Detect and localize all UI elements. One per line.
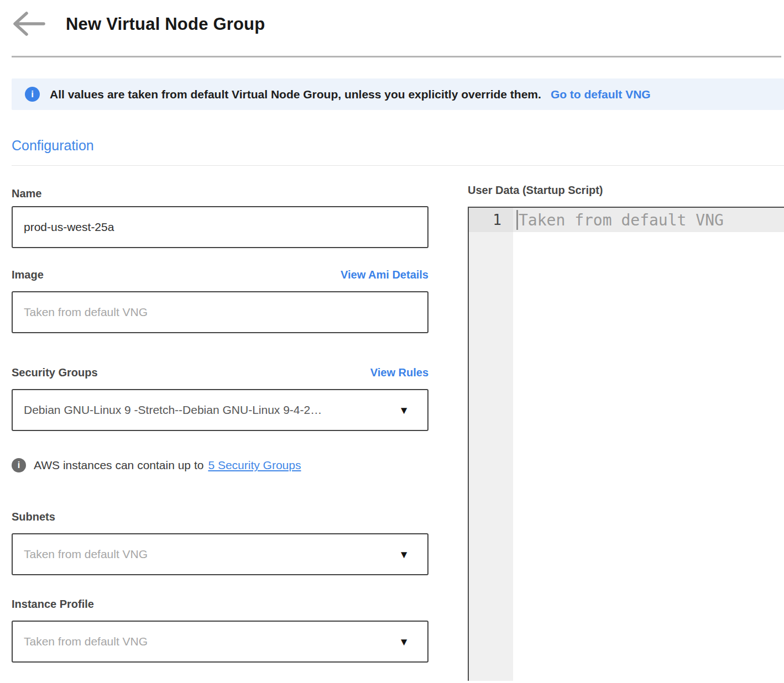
- go-to-default-vng-link[interactable]: Go to default VNG: [551, 88, 651, 101]
- view-ami-details-link[interactable]: View Ami Details: [341, 269, 428, 281]
- user-data-label: User Data (Startup Script): [468, 184, 784, 197]
- chevron-down-icon: ▼: [399, 405, 409, 416]
- security-groups-label: Security Groups: [12, 366, 98, 379]
- note-text: AWS instances can contain up to: [34, 459, 203, 472]
- image-label: Image: [12, 269, 44, 281]
- security-groups-label-row: Security Groups View Rules: [12, 366, 428, 379]
- user-data-editor[interactable]: 1 Taken from default VNG: [468, 207, 784, 681]
- editor-gutter: [469, 232, 513, 681]
- text-cursor: [516, 210, 518, 230]
- five-security-groups-link[interactable]: 5 Security Groups: [208, 459, 301, 472]
- name-label: Name: [12, 187, 428, 200]
- chevron-down-icon: ▼: [399, 549, 409, 560]
- page-header: New Virtual Node Group: [0, 0, 784, 38]
- editor-active-line[interactable]: Taken from default VNG: [513, 208, 784, 232]
- back-button[interactable]: [12, 11, 47, 38]
- image-label-row: Image View Ami Details: [12, 269, 428, 281]
- name-input[interactable]: [12, 206, 428, 248]
- banner-text: All values are taken from default Virtua…: [50, 88, 541, 101]
- security-groups-dropdown[interactable]: Debian GNU-Linux 9 -Stretch--Debian GNU-…: [12, 389, 428, 431]
- instance-profile-label: Instance Profile: [12, 598, 428, 611]
- subnets-label: Subnets: [12, 511, 428, 523]
- instance-profile-dropdown[interactable]: Taken from default VNG ▼: [12, 621, 428, 663]
- security-groups-note: i AWS instances can contain up to 5 Secu…: [12, 458, 428, 472]
- info-icon: i: [12, 458, 26, 472]
- editor-line-number: 1: [469, 208, 513, 232]
- editor-placeholder: Taken from default VNG: [519, 211, 724, 229]
- image-input[interactable]: [12, 291, 428, 333]
- form-left-column: Name Image View Ami Details Security Gro…: [12, 166, 428, 663]
- header-divider: [12, 56, 781, 57]
- security-groups-value: Debian GNU-Linux 9 -Stretch--Debian GNU-…: [24, 403, 391, 417]
- user-data-column: User Data (Startup Script) 1 Taken from …: [468, 166, 784, 681]
- subnets-dropdown[interactable]: Taken from default VNG ▼: [12, 533, 428, 575]
- configuration-section-title: Configuration: [12, 138, 784, 154]
- page-title: New Virtual Node Group: [66, 14, 265, 34]
- subnets-placeholder: Taken from default VNG: [24, 548, 391, 561]
- configuration-form: Name Image View Ami Details Security Gro…: [12, 166, 784, 681]
- view-rules-link[interactable]: View Rules: [370, 366, 428, 379]
- info-icon: i: [25, 87, 40, 102]
- chevron-down-icon: ▼: [399, 637, 409, 647]
- instance-profile-placeholder: Taken from default VNG: [24, 635, 391, 648]
- info-banner: i All values are taken from default Virt…: [12, 78, 784, 110]
- back-arrow-icon: [12, 11, 46, 38]
- editor-body[interactable]: [513, 232, 784, 681]
